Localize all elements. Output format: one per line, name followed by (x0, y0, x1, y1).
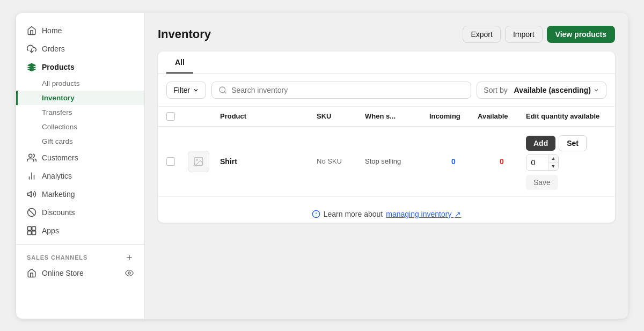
search-input[interactable] (231, 86, 464, 94)
col-sku: SKU (317, 112, 365, 121)
add-qty-button[interactable]: Add (526, 136, 555, 151)
page-title: Inventory (158, 27, 211, 41)
sidebar-sub-all-products[interactable]: All products (16, 76, 144, 91)
online-store-eye-icon[interactable] (125, 269, 134, 277)
sidebar-divider (16, 244, 144, 245)
col-available: Available (478, 112, 526, 121)
set-qty-button[interactable]: Set (559, 135, 587, 151)
sidebar-sub-label: Gift cards (42, 137, 73, 145)
store-icon (27, 268, 36, 278)
sidebar-item-discounts[interactable]: Discounts (16, 203, 144, 222)
sidebar-item-home[interactable]: Home (16, 21, 144, 40)
table-header: Product SKU When s... Incoming Available… (158, 107, 615, 127)
svg-rect-11 (32, 231, 36, 234)
managing-inventory-link[interactable]: managing inventory ↗ (386, 210, 461, 218)
sidebar-item-label: Orders (42, 45, 65, 53)
select-all-checkbox[interactable] (166, 112, 175, 121)
tabs-bar: All (158, 52, 615, 74)
learn-more-section: Learn more about managing inventory ↗ (158, 197, 615, 223)
row-checkbox[interactable] (166, 157, 175, 166)
col-incoming: Incoming (429, 112, 478, 121)
sales-channels-section: SALES CHANNELS (16, 249, 144, 264)
row-incoming-cell: 0 (429, 157, 478, 166)
sidebar-sub-label: Transfers (42, 108, 72, 116)
sort-button[interactable]: Sort by Available (ascending) (477, 82, 606, 99)
sidebar-item-label: Products (42, 63, 75, 71)
sidebar-item-label: Home (42, 26, 62, 35)
sidebar-item-label: Analytics (42, 172, 72, 180)
info-icon (312, 210, 320, 218)
import-button[interactable]: Import (505, 26, 543, 43)
svg-marker-5 (28, 191, 32, 197)
sidebar-item-customers[interactable]: Customers (16, 149, 144, 167)
svg-point-18 (196, 159, 198, 160)
sidebar-item-apps[interactable]: Apps (16, 222, 144, 240)
external-link-icon: ↗ (455, 210, 461, 218)
edit-qty-wrapper: Add Set ▲ ▼ (526, 133, 606, 190)
row-product-cell: Shirt (220, 157, 317, 166)
row-sku-cell: No SKU (317, 157, 365, 165)
add-sales-channel-icon[interactable] (125, 253, 134, 262)
analytics-icon (27, 171, 36, 181)
col-image (188, 112, 220, 121)
available-value: 0 (500, 157, 504, 166)
svg-point-15 (219, 87, 225, 93)
col-edit-qty: Edit quantity available (526, 112, 606, 121)
orders-icon (27, 44, 36, 54)
product-name: Shirt (220, 157, 237, 166)
home-icon (27, 26, 36, 35)
toolbar: Filter Sort by Available (ascending) (158, 74, 615, 107)
incoming-value: 0 (451, 157, 456, 166)
svg-rect-10 (28, 231, 32, 234)
row-checkbox-cell (166, 157, 188, 166)
sidebar-item-label: Discounts (42, 208, 75, 217)
sidebar-item-analytics[interactable]: Analytics (16, 167, 144, 185)
qty-spinner-up[interactable]: ▲ (548, 155, 558, 163)
main-content: Inventory Export Import View products Al… (145, 13, 628, 319)
row-available-cell: 0 (478, 157, 526, 166)
product-image (188, 151, 209, 172)
when-sold-value: Stop selling (365, 157, 401, 165)
tab-all[interactable]: All (166, 52, 193, 73)
sidebar-item-label: Customers (42, 153, 78, 162)
sidebar-item-orders[interactable]: Orders (16, 40, 144, 58)
sidebar-item-label: Online Store (42, 269, 84, 277)
apps-icon (27, 226, 36, 236)
svg-point-1 (29, 154, 32, 157)
page-header: Inventory Export Import View products (158, 26, 615, 43)
save-qty-button[interactable]: Save (526, 175, 558, 190)
svg-point-14 (128, 272, 130, 274)
sidebar-sub-collections[interactable]: Collections (16, 120, 144, 134)
sidebar-sub-gift-cards[interactable]: Gift cards (16, 134, 144, 149)
svg-rect-9 (32, 226, 36, 230)
discounts-icon (27, 208, 36, 217)
page-card: All Filter Sort by Available (ascend (158, 52, 615, 223)
filter-button[interactable]: Filter (166, 82, 206, 99)
sidebar-item-label: Apps (42, 226, 59, 235)
svg-line-16 (224, 92, 226, 93)
svg-rect-8 (28, 226, 32, 230)
svg-line-7 (29, 209, 35, 215)
marketing-icon (27, 189, 36, 199)
header-actions: Export Import View products (463, 26, 615, 43)
export-button[interactable]: Export (463, 26, 500, 43)
qty-input-row: ▲ ▼ (526, 155, 558, 170)
sort-prefix: Sort by (484, 86, 507, 94)
search-icon (218, 86, 227, 94)
row-image-cell (188, 151, 220, 172)
qty-input-field[interactable] (526, 155, 548, 170)
filter-label: Filter (173, 86, 190, 94)
sidebar-sub-label: All products (42, 79, 80, 87)
sidebar-sub-label: Inventory (42, 94, 75, 102)
view-products-button[interactable]: View products (547, 26, 615, 43)
edit-qty-controls: Add Set ▲ ▼ (526, 135, 606, 171)
sidebar-item-products[interactable]: Products (16, 58, 144, 76)
sidebar-item-online-store[interactable]: Online Store (16, 264, 144, 282)
sidebar: Home Orders Produ (16, 13, 145, 319)
sidebar-item-marketing[interactable]: Marketing (16, 185, 144, 203)
sidebar-sub-transfers[interactable]: Transfers (16, 105, 144, 120)
qty-spinners: ▲ ▼ (548, 155, 558, 170)
search-box (211, 82, 471, 99)
qty-spinner-down[interactable]: ▼ (548, 163, 558, 170)
sidebar-sub-inventory[interactable]: Inventory (16, 91, 144, 105)
